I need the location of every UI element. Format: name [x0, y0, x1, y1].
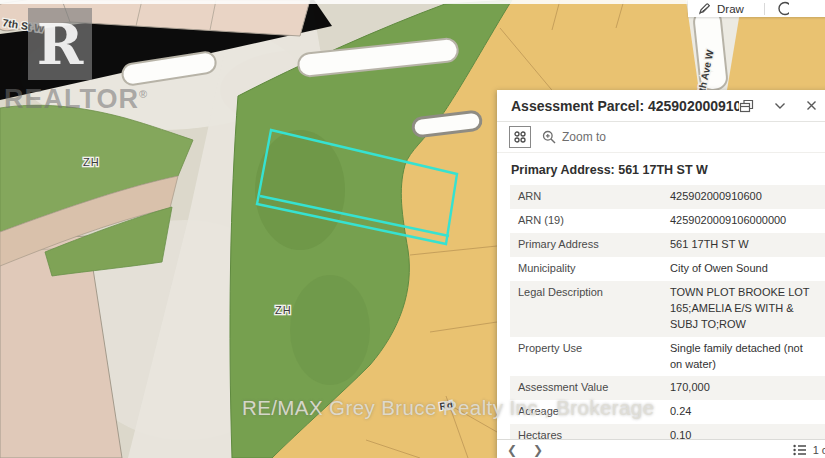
- assessment-parcel-panel: Assessment Parcel: 425902000910600: [497, 90, 825, 458]
- pagination-text: 1 of: [813, 444, 825, 456]
- field-label: ARN (19): [510, 209, 662, 233]
- field-value: 4259020009106000000: [662, 209, 825, 233]
- table-row: Municipality City of Owen Sound: [510, 257, 825, 281]
- panel-footer: ❮ ❯ 1 of: [497, 439, 825, 458]
- panel-title: Assessment Parcel: 425902000910600: [511, 98, 739, 114]
- app-window: 7th St W ZH ZH th Ave W Rd Draw R REALTO…: [0, 0, 825, 458]
- field-value: 170,000: [662, 376, 825, 400]
- grid-dots-icon: [513, 130, 527, 144]
- field-value: TOWN PLOT BROOKE LOT 165;AMELIA E/S WITH…: [662, 281, 825, 337]
- table-row: ARN 425902000910600: [510, 185, 825, 209]
- panel-header: Assessment Parcel: 425902000910600: [497, 90, 825, 122]
- table-row: Assessment Value 170,000: [510, 376, 825, 400]
- circle-tool-icon[interactable]: [771, 1, 789, 16]
- field-label: Acreage: [510, 400, 662, 424]
- primary-address-heading: Primary Address: 561 17TH ST W: [497, 153, 825, 184]
- toolbar-separator: [764, 3, 765, 15]
- zoom-to-button[interactable]: Zoom to: [542, 130, 606, 144]
- next-feature-button[interactable]: ❯: [533, 444, 543, 456]
- feature-list-icon[interactable]: [793, 444, 807, 456]
- zoom-to-label: Zoom to: [562, 130, 606, 144]
- table-row: Primary Address 561 17TH ST W: [510, 233, 825, 257]
- field-label: Property Use: [510, 337, 662, 377]
- field-value: City of Owen Sound: [662, 257, 825, 281]
- field-value: Single family detached (not on water): [662, 337, 825, 377]
- table-row: ARN (19) 4259020009106000000: [510, 209, 825, 233]
- label-zh-center: ZH: [275, 304, 292, 316]
- panel-toolbar: Zoom to: [497, 122, 825, 153]
- dock-icon[interactable]: [739, 99, 754, 113]
- table-row: Legal Description TOWN PLOT BROOKE LOT 1…: [510, 281, 825, 337]
- draw-button[interactable]: Draw: [717, 3, 744, 15]
- field-label: ARN: [510, 185, 662, 209]
- draw-pencil-icon[interactable]: [698, 2, 711, 15]
- collapse-chevron-icon[interactable]: [774, 102, 786, 110]
- attributes-table: ARN 425902000910600 ARN (19) 42590200091…: [510, 185, 825, 458]
- field-label: Primary Address: [510, 233, 662, 257]
- label-zh-left: ZH: [83, 156, 100, 168]
- draw-toolbar: Draw: [688, 0, 825, 17]
- actions-grid-button[interactable]: [509, 126, 531, 148]
- field-label: Assessment Value: [510, 376, 662, 400]
- label-rd: Rd: [439, 399, 454, 412]
- table-row: Acreage 0.24: [510, 400, 825, 424]
- table-row: Property Use Single family detached (not…: [510, 337, 825, 377]
- close-icon[interactable]: [806, 100, 817, 111]
- prev-feature-button[interactable]: ❮: [507, 444, 517, 456]
- field-value: 425902000910600: [662, 185, 825, 209]
- field-value: 561 17TH ST W: [662, 233, 825, 257]
- field-label: Municipality: [510, 257, 662, 281]
- magnifier-plus-icon: [542, 130, 556, 144]
- field-label: Legal Description: [510, 281, 662, 337]
- field-value: 0.24: [662, 400, 825, 424]
